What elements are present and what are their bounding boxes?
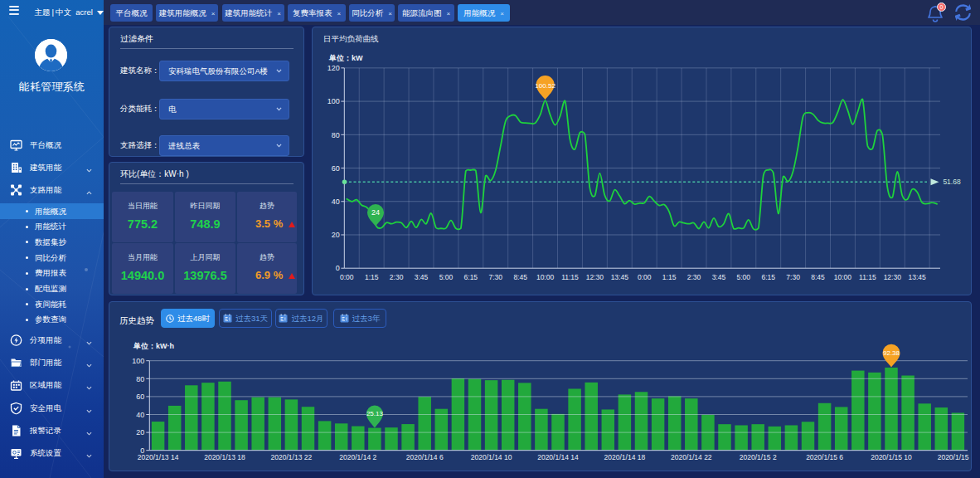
svg-text:2:30: 2:30: [687, 273, 701, 281]
svg-text:12:30: 12:30: [884, 273, 902, 281]
svg-text:8:45: 8:45: [811, 273, 825, 281]
svg-text:2020/1/15 10: 2020/1/15 10: [871, 453, 912, 461]
svg-text:25.13: 25.13: [366, 410, 384, 417]
svg-text:10:00: 10:00: [834, 273, 852, 281]
svg-text:6:15: 6:15: [464, 273, 478, 281]
svg-text:2020/1/14 6: 2020/1/14 6: [406, 453, 444, 461]
svg-text:2020/1/14 2: 2020/1/14 2: [339, 453, 376, 461]
svg-text:40: 40: [136, 411, 144, 419]
svg-text:3:45: 3:45: [712, 273, 726, 281]
svg-text:2020/1/15: 2020/1/15: [938, 453, 969, 461]
svg-text:6:15: 6:15: [761, 273, 775, 281]
svg-text:120: 120: [327, 64, 340, 72]
svg-text:2020/1/15 6: 2020/1/15 6: [806, 453, 843, 461]
svg-text:80: 80: [136, 375, 144, 383]
svg-text:13:45: 13:45: [611, 273, 629, 281]
svg-text:8:45: 8:45: [513, 273, 527, 281]
svg-text:2020/1/13 18: 2020/1/13 18: [204, 453, 245, 461]
svg-text:2020/1/13 22: 2020/1/13 22: [271, 453, 313, 461]
svg-text:3:45: 3:45: [415, 273, 429, 281]
svg-text:11:15: 11:15: [561, 273, 579, 281]
svg-text:60: 60: [332, 164, 340, 173]
svg-text:1:15: 1:15: [365, 273, 379, 281]
svg-text:20: 20: [136, 428, 144, 437]
svg-text:2020/1/14 22: 2020/1/14 22: [671, 453, 712, 461]
svg-text:60: 60: [136, 393, 144, 401]
svg-text:2:30: 2:30: [390, 273, 404, 281]
svg-text:1:15: 1:15: [662, 273, 677, 281]
svg-text:0:00: 0:00: [638, 273, 652, 281]
svg-text:51.68: 51.68: [943, 178, 961, 186]
svg-text:24: 24: [371, 208, 380, 217]
svg-text:2020/1/14 10: 2020/1/14 10: [471, 453, 512, 461]
svg-text:40: 40: [332, 198, 340, 206]
svg-text:11:15: 11:15: [859, 273, 876, 281]
svg-text:2020/1/15 2: 2020/1/15 2: [740, 453, 777, 461]
svg-text:20: 20: [332, 231, 340, 239]
svg-text:5:00: 5:00: [737, 273, 751, 281]
svg-text:0: 0: [336, 264, 340, 272]
svg-text:7:30: 7:30: [786, 273, 800, 281]
svg-text:100.52: 100.52: [535, 82, 555, 90]
svg-text:100: 100: [132, 357, 144, 365]
svg-text:5:00: 5:00: [439, 273, 454, 281]
svg-text:10:00: 10:00: [536, 273, 555, 281]
svg-text:13:45: 13:45: [909, 273, 927, 281]
svg-text:80: 80: [332, 131, 340, 139]
svg-text:2020/1/14 18: 2020/1/14 18: [604, 453, 646, 461]
svg-text:2020/1/13 14: 2020/1/13 14: [138, 453, 179, 461]
svg-text:2020/1/14 14: 2020/1/14 14: [537, 453, 579, 461]
svg-text:7:30: 7:30: [488, 273, 502, 281]
svg-text:0:00: 0:00: [340, 273, 354, 281]
svg-text:12:30: 12:30: [586, 273, 604, 281]
svg-text:100: 100: [327, 97, 340, 105]
svg-text:92.38: 92.38: [883, 349, 900, 357]
